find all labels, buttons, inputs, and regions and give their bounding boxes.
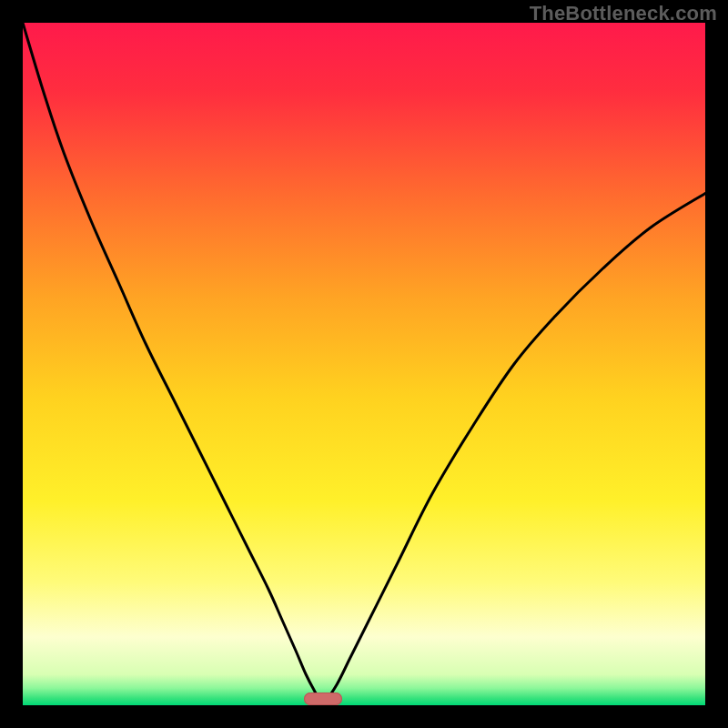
bottleneck-chart bbox=[23, 23, 705, 705]
plot-area bbox=[23, 23, 705, 705]
optimal-marker bbox=[304, 693, 342, 705]
gradient-background bbox=[23, 23, 705, 705]
chart-frame: TheBottleneck.com bbox=[0, 0, 728, 728]
watermark-text: TheBottleneck.com bbox=[530, 2, 717, 25]
